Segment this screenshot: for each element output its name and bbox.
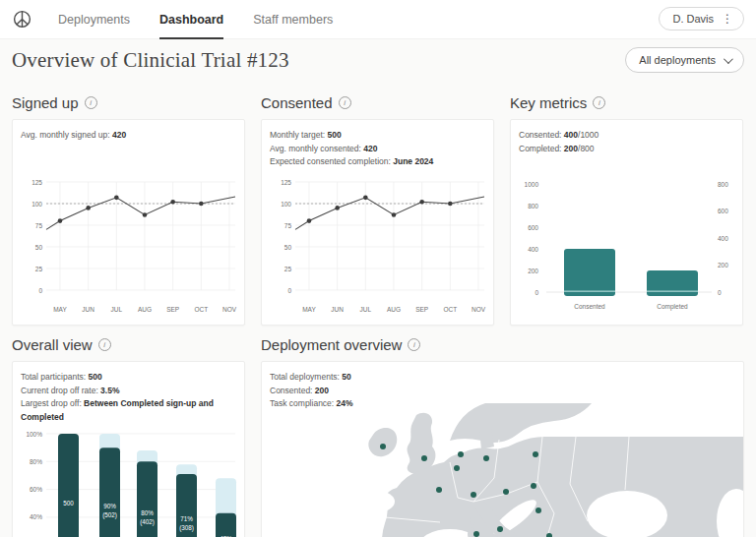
svg-text:40%: 40% <box>30 514 42 521</box>
info-icon[interactable]: i <box>593 96 605 109</box>
svg-text:80%: 80% <box>141 509 154 516</box>
deployments-filter-dropdown[interactable]: All deployments <box>625 47 744 73</box>
stat-line: Total participants: 500 <box>21 371 236 385</box>
key-metrics-stats: Consented: 400/1000Completed: 200/800 <box>519 129 734 174</box>
top-nav: DeploymentsDashboardStaff members D. Dav… <box>0 0 756 39</box>
svg-text:(402): (402) <box>140 518 155 526</box>
svg-text:800: 800 <box>718 181 728 188</box>
svg-text:MAY: MAY <box>53 306 67 313</box>
app-window: DeploymentsDashboardStaff members D. Dav… <box>0 0 756 537</box>
section-key-metrics: Key metrics i Consented: 400/1000Complet… <box>510 94 743 326</box>
info-icon[interactable]: i <box>408 338 420 351</box>
svg-text:400: 400 <box>718 235 728 242</box>
signed-up-title: Signed up <box>12 94 79 111</box>
deployment-dot[interactable] <box>531 483 536 489</box>
svg-text:50: 50 <box>35 244 43 251</box>
section-consented: Consented i Monthly target: 500Avg. mont… <box>261 94 494 326</box>
signed-up-card: Avg. monthly signed up: 420 025507510012… <box>12 119 245 326</box>
section-signed-up: Signed up i Avg. monthly signed up: 420 … <box>12 94 245 326</box>
europe-map <box>334 403 743 537</box>
svg-text:75: 75 <box>284 222 292 229</box>
stat-line: Consented: 400/1000 <box>519 129 734 143</box>
deployment-overview-title: Deployment overview <box>261 336 402 353</box>
section-deployment-overview: Deployment overview i Total deployments:… <box>261 336 744 537</box>
svg-text:80%: 80% <box>30 458 42 465</box>
consented-title: Consented <box>261 94 333 111</box>
svg-text:(308): (308) <box>179 525 194 533</box>
top-cards-row: Signed up i Avg. monthly signed up: 420 … <box>12 94 744 326</box>
bottom-cards-row: Overall view i Total participants: 500Cu… <box>12 336 744 537</box>
svg-text:600: 600 <box>528 224 538 231</box>
svg-text:71%: 71% <box>180 516 193 523</box>
svg-text:0: 0 <box>287 287 291 294</box>
svg-text:200: 200 <box>718 262 728 268</box>
svg-text:600: 600 <box>718 208 728 214</box>
svg-text:JUL: JUL <box>111 306 123 313</box>
deployment-dot[interactable] <box>471 492 476 498</box>
overall-view-chart: 100%80%60%40%20%50090%(502)80%(402)71%(3… <box>21 424 236 537</box>
tab-dashboard[interactable]: Dashboard <box>159 0 223 39</box>
svg-text:25: 25 <box>284 266 292 272</box>
svg-text:90%: 90% <box>103 503 116 509</box>
section-title: Overall view i <box>12 336 245 353</box>
deployment-dot[interactable] <box>533 451 538 457</box>
stat-line: Monthly target: 500 <box>270 129 485 143</box>
svg-text:500: 500 <box>63 500 74 507</box>
app-logo-icon[interactable] <box>12 9 32 30</box>
svg-text:(502): (502) <box>102 511 117 519</box>
svg-text:50: 50 <box>284 244 292 251</box>
consented-card: Monthly target: 500Avg. monthly consente… <box>261 119 494 326</box>
info-icon[interactable]: i <box>85 96 97 109</box>
svg-text:AUG: AUG <box>138 306 152 313</box>
svg-text:75: 75 <box>35 222 43 229</box>
deployment-dot[interactable] <box>454 465 460 471</box>
kebab-menu-icon: ⋮ <box>722 13 733 25</box>
svg-text:25: 25 <box>35 266 43 272</box>
svg-text:100%: 100% <box>26 431 42 438</box>
tab-staff-members[interactable]: Staff members <box>253 0 333 39</box>
deployment-dot[interactable] <box>436 487 442 493</box>
svg-text:MAY: MAY <box>302 306 316 313</box>
section-title: Deployment overview i <box>261 336 744 353</box>
deployment-dot[interactable] <box>473 531 479 537</box>
svg-text:1000: 1000 <box>525 181 539 188</box>
deployment-overview-card: Total deployments: 50Consented: 200Task … <box>261 361 744 537</box>
info-icon[interactable]: i <box>98 338 111 351</box>
stat-line: Avg. monthly signed up: 420 <box>21 129 236 143</box>
map-land <box>359 403 743 537</box>
page-header: Overview of Clinicial Trial #123 All dep… <box>12 47 744 73</box>
svg-text:JUN: JUN <box>331 306 344 313</box>
svg-text:NOV: NOV <box>472 306 486 313</box>
user-menu-button[interactable]: D. Davis ⋮ <box>659 7 744 30</box>
svg-text:400: 400 <box>528 246 538 253</box>
key-metrics-title: Key metrics <box>510 94 587 111</box>
stat-line: Expected consented completion: June 2024 <box>270 155 485 169</box>
svg-text:Completed: Completed <box>657 303 688 311</box>
section-title: Consented i <box>261 94 494 111</box>
stat-line: Largest drop off: Between Completed sign… <box>21 397 236 424</box>
deployment-dot[interactable] <box>421 455 427 461</box>
page-title: Overview of Clinicial Trial #123 <box>12 48 289 73</box>
deployment-dot[interactable] <box>483 455 489 461</box>
svg-text:AUG: AUG <box>387 306 401 313</box>
overall-view-card: Total participants: 500Current drop off … <box>12 361 245 537</box>
filter-label: All deployments <box>639 54 716 66</box>
deployment-dot[interactable] <box>503 489 509 495</box>
svg-text:OCT: OCT <box>443 306 457 313</box>
deployment-dot[interactable] <box>380 444 386 449</box>
deployment-dot[interactable] <box>497 526 503 532</box>
svg-text:800: 800 <box>528 203 538 209</box>
info-icon[interactable]: i <box>339 96 351 109</box>
deployment-dot[interactable] <box>458 451 464 457</box>
stat-line: Completed: 200/800 <box>519 143 734 156</box>
overall-view-stats: Total participants: 500Current drop off … <box>21 371 236 424</box>
deployment-dot[interactable] <box>536 507 541 513</box>
nav-tabs: DeploymentsDashboardStaff members <box>58 0 333 39</box>
svg-text:0: 0 <box>535 289 538 296</box>
svg-text:200: 200 <box>528 268 538 274</box>
tab-deployments[interactable]: Deployments <box>58 0 130 39</box>
svg-text:SEP: SEP <box>166 306 179 313</box>
overall-view-title: Overall view <box>12 336 93 353</box>
svg-text:0: 0 <box>718 289 722 296</box>
signed-up-chart: 0255075100125MAYJUNJULAUGSEPOCTNOV <box>21 174 236 328</box>
